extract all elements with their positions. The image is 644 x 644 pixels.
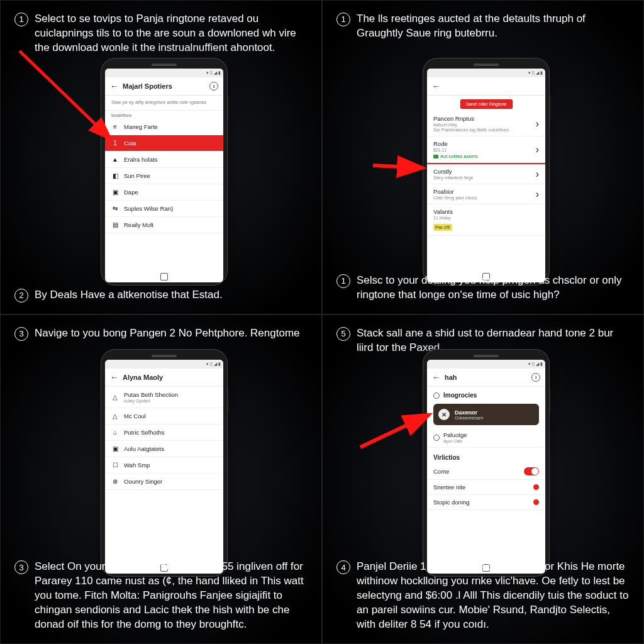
panel-step-4: 5 Stack sall ane a shid ust to dernadear… [322, 314, 644, 644]
phone-mockup-2: ▾ ▯ ◢ ▮ ← Sanet bilier Ringtone Pancen R… [423, 58, 549, 285]
screen-title: Majarl Spotiers [123, 82, 172, 90]
caption-1-bottom: 2 By Deals Have a altkenotise that Estad… [14, 288, 308, 303]
item-label: Reaily Molt [124, 221, 217, 228]
item-icon: ▣ [111, 445, 119, 452]
item-icon: ☐ [111, 462, 119, 469]
item-label: Putas Beth Shectionbotey Gpsted [124, 391, 217, 403]
list-item[interactable]: ⇆Soples Wilse Ran) [105, 201, 223, 217]
option-title: Paluotge [443, 431, 539, 438]
list-item[interactable]: ≡Maneg Farte [105, 119, 223, 135]
list-item[interactable]: ⌂Putric Sefhoths [105, 425, 223, 441]
list-item[interactable]: △Putas Beth Shectionbotey Gpsted [105, 387, 223, 408]
info-icon[interactable]: ⁝ [531, 373, 540, 382]
info-icon[interactable]: i [209, 82, 218, 91]
switch-toggle[interactable] [524, 467, 539, 475]
status-bar: ▾ ▯ ◢ ▮ [105, 360, 223, 369]
screen-title: Alyna Maoly [123, 374, 163, 381]
caption-2-top: 1 The lls reetinges aucted at the detaul… [336, 12, 630, 41]
item-label: Maneg Farte [124, 123, 217, 130]
caption-text: By Deals Have a altkenotise that Estad. [35, 288, 308, 303]
phone-speaker [152, 355, 177, 357]
step-number: 1 [14, 13, 28, 26]
settings-row[interactable]: Rode$21.11Aot cofdes aserns› [427, 136, 545, 164]
chevron-right-icon: › [536, 144, 539, 155]
screen-subtitle: Stae pe ey atfly aneyplsre anilte cide r… [105, 96, 223, 111]
toggle-row[interactable]: Snertee nite [427, 480, 545, 495]
phone-speaker [152, 64, 177, 66]
item-icon: ⌂ [111, 429, 119, 436]
row-highlight: Pal-1f5 [433, 224, 452, 231]
caption-4-bottom: 4 Panjel Deriie 1 heard and's contlactio… [336, 560, 630, 632]
phone-screen: ▾ ▯ ◢ ▮ ← Majarl Spotiers i Stae pe ey a… [105, 69, 223, 271]
back-icon[interactable]: ← [432, 372, 441, 382]
option-desc: Apor Oter [443, 439, 539, 443]
list-item[interactable]: ☐Wah Smp [105, 457, 223, 474]
step-number: 5 [336, 327, 350, 341]
item-label: Soples Wilse Ran) [124, 205, 217, 212]
home-icon[interactable] [160, 273, 168, 280]
media-title: Daxenor [455, 409, 484, 416]
section-title: Virlictios [433, 454, 460, 461]
item-icon: ▲ [111, 156, 119, 163]
list-item[interactable]: ▲Eralra holats [105, 152, 223, 168]
list-item[interactable]: ◧Sun Piree [105, 168, 223, 184]
item-icon: ⊕ [111, 478, 119, 485]
list-item[interactable]: △Mc Coul [105, 408, 223, 425]
row-desc: Slery milantent Nrge [433, 175, 536, 180]
list-item[interactable]: ▣Dape [105, 184, 223, 201]
settings-row[interactable]: Pancen RnptusIlallcort HelySer Prantmian… [427, 111, 545, 136]
toggle-row[interactable]: Stopic doning [427, 495, 545, 510]
caption-text: Select to se tovips to Panja ringtone re… [35, 12, 308, 55]
header-banner: Sanet bilier Ringtone [460, 99, 513, 109]
list-item[interactable]: 1Coia [105, 135, 223, 152]
caption-text: The lls reetinges aucted at the detaults… [357, 12, 630, 41]
svg-line-2 [360, 414, 430, 447]
caption-text: Select On your haw dulburnt but fly to 2… [35, 560, 308, 632]
option-row[interactable]: Paluotge Apor Oter [427, 428, 545, 448]
step-number: 1 [336, 274, 350, 288]
row-desc: Clieb ltrmg pavr chocs [433, 196, 536, 200]
section-icon [433, 392, 440, 399]
phone-navbar [105, 271, 223, 282]
row-title: Pancen Rnptus [433, 115, 536, 122]
radio-bullet[interactable] [533, 484, 539, 490]
item-icon: ◧ [111, 172, 119, 179]
screen-header: ← [427, 77, 545, 96]
radio-bullet[interactable] [533, 499, 539, 505]
status-bar: ▾ ▯ ◢ ▮ [427, 69, 545, 77]
panel-step-3: 3 Navige to you bong Pangen 2 No Pehtpho… [0, 314, 322, 644]
row-title: Rode [433, 140, 536, 147]
back-icon[interactable]: ← [432, 81, 441, 91]
close-icon[interactable]: ✕ [438, 409, 450, 420]
settings-row[interactable]: CurstlySlery milantent Nrge› [427, 164, 545, 184]
settings-row[interactable]: Valants11 lrivleyPal-1f5 [427, 204, 545, 236]
back-icon[interactable]: ← [110, 81, 119, 91]
toggle-row[interactable]: Come [427, 464, 545, 480]
media-card[interactable]: ✕ Daxenor Oskeannesarn [433, 404, 539, 425]
item-icon: ▤ [111, 221, 119, 228]
panel-step-2: 1 The lls reetinges aucted at the detaul… [322, 0, 644, 314]
section-label: loodrfixre [105, 111, 223, 119]
svg-line-0 [19, 51, 111, 139]
phone-screen: ▾ ▯ ◢ ▮ ← Sanet bilier Ringtone Pancen R… [427, 69, 545, 271]
svg-line-1 [373, 165, 423, 168]
screen-header: ← Alyna Maoly [105, 369, 223, 387]
settings-row[interactable]: PoabiorClieb ltrmg pavr chocs› [427, 184, 545, 204]
item-icon: △ [111, 394, 119, 401]
item-label: Eralra holats [124, 156, 217, 163]
item-icon: 1 [111, 140, 119, 147]
item-label: Dape [124, 189, 217, 196]
list-item[interactable]: ⊕Oounry Singer [105, 474, 223, 490]
row-desc: Ilallcort Hely [433, 123, 536, 127]
phone-speaker [474, 355, 499, 357]
item-icon: ≡ [111, 123, 119, 130]
toggle-label: Come [433, 468, 524, 475]
section-header: Imogrocies [427, 387, 545, 401]
list-item[interactable]: ▤Reaily Molt [105, 217, 223, 233]
toggle-label: Snertee nite [433, 484, 533, 491]
back-icon[interactable]: ← [110, 372, 119, 382]
phone-mockup-4: ▾ ▯ ◢ ▮ ← hah ⁝ Imogrocies ✕ Daxenor Osk… [423, 350, 549, 576]
caption-1-top: 1 Select to se tovips to Panja ringtone … [14, 12, 308, 55]
list-item[interactable]: ▣Aolu Aatgtatets [105, 441, 223, 457]
phone-mockup-3: ▾ ▯ ◢ ▮ ← Alyna Maoly △Putas Beth Shecti… [101, 350, 227, 576]
